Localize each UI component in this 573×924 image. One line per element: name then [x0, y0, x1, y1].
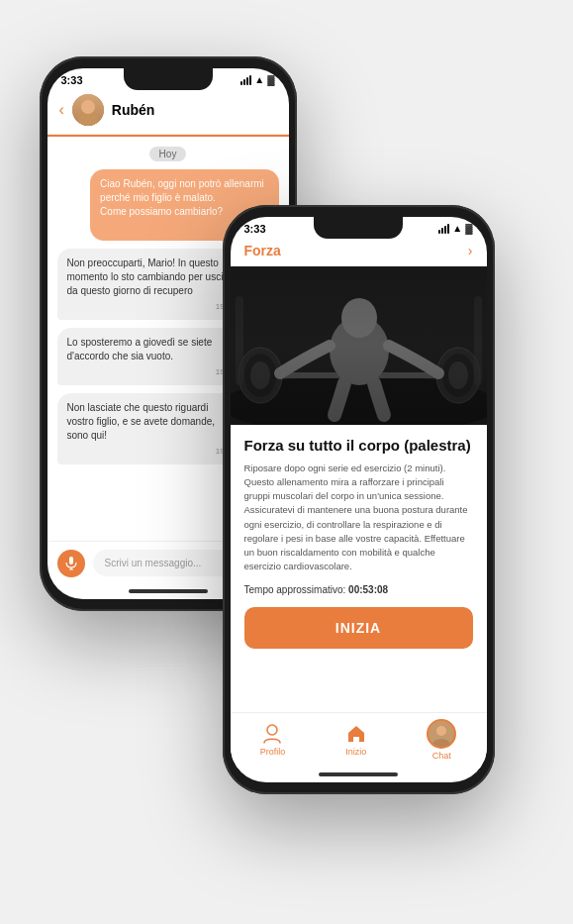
contact-name: Rubén — [112, 102, 155, 118]
workout-image — [231, 266, 487, 425]
bottom-nav: Profilo Inizio — [231, 712, 487, 769]
profilo-label: Profilo — [260, 747, 286, 757]
msg-sent-1-text: Ciao Rubén, oggi non potrò allenarmi per… — [100, 178, 264, 217]
nav-profilo[interactable]: Profilo — [260, 723, 286, 757]
svg-point-19 — [436, 726, 446, 736]
notch-back — [124, 68, 213, 90]
workout-description: Riposare dopo ogni serie ed esercizio (2… — [244, 462, 473, 574]
msg-received-2: Lo sposteremo a giovedì se siete d'accor… — [57, 328, 245, 385]
nav-inizio[interactable]: Inizio — [345, 723, 367, 757]
msg-received-3-text: Non lasciate che questo riguardi vostro … — [67, 402, 216, 441]
msg-received-2-text: Lo sposteremo a giovedì se siete d'accor… — [67, 337, 213, 361]
workout-time: Tempo approssimativo: 00:53:08 — [244, 584, 473, 595]
inizio-label: Inizio — [345, 747, 366, 757]
svg-rect-0 — [69, 557, 73, 565]
status-icons-front: ▲ ▓ — [438, 223, 472, 234]
workout-name: Forza su tutto il corpo (palestra) — [244, 437, 473, 454]
msg-received-2-time: 19:11 — [67, 366, 236, 377]
svg-point-17 — [267, 725, 277, 735]
phone-front: 3:33 ▲ ▓ Forza › — [223, 205, 495, 794]
chat-avatar-nav — [427, 719, 456, 749]
home-indicator-front — [319, 772, 398, 776]
msg-received-3-time: 19:11 — [67, 446, 236, 457]
profilo-icon — [261, 723, 283, 745]
notch-front — [314, 217, 403, 239]
time-label-text: Tempo approssimativo: — [244, 584, 346, 595]
battery-icon-back: ▓ — [267, 74, 274, 85]
signal-icon-front — [438, 224, 449, 234]
wifi-icon-front: ▲ — [452, 223, 462, 234]
avatar-back — [72, 94, 104, 126]
workout-header: Forza › — [231, 237, 487, 266]
status-icons-back: ▲ ▓ — [240, 74, 274, 85]
time-back: 3:33 — [61, 74, 83, 86]
gym-image-svg — [231, 266, 487, 425]
wifi-icon-back: ▲ — [254, 74, 264, 85]
inizio-icon — [345, 723, 367, 745]
inizia-button[interactable]: INIZIA — [244, 607, 473, 649]
msg-received-1-time: 19:12 — [67, 301, 236, 312]
home-indicator-back — [129, 589, 208, 593]
back-arrow-icon[interactable]: ‹ — [59, 101, 64, 119]
nav-chat[interactable]: Chat — [427, 719, 456, 761]
signal-icon-back — [240, 75, 251, 85]
chat-header: ‹ Rubén — [48, 88, 289, 135]
workout-chevron-icon[interactable]: › — [468, 243, 473, 258]
chat-label: Chat — [432, 751, 451, 761]
phones-container: 3:33 ▲ ▓ ‹ — [30, 27, 544, 898]
time-front: 3:33 — [244, 223, 266, 235]
msg-received-1: Non preoccuparti, Mario! In questo momen… — [57, 249, 245, 320]
msg-received-1-text: Non preoccuparti, Mario! In questo momen… — [67, 257, 233, 296]
mic-button[interactable] — [57, 550, 85, 577]
workout-screen: 3:33 ▲ ▓ Forza › — [231, 217, 487, 782]
date-badge: Hoy — [149, 147, 187, 161]
workout-title: Forza — [244, 243, 281, 258]
workout-content: Forza su tutto il corpo (palestra) Ripos… — [231, 425, 487, 712]
svg-rect-16 — [231, 266, 487, 425]
time-value: 00:53:08 — [348, 584, 388, 595]
battery-icon-front: ▓ — [465, 223, 472, 234]
msg-received-3: Non lasciate che questo riguardi vostro … — [57, 393, 245, 464]
